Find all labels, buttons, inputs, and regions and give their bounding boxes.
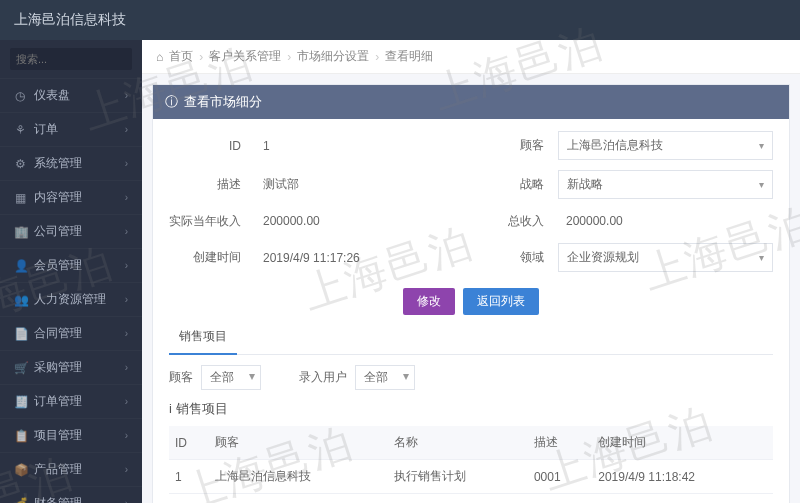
nav-label: 系统管理: [34, 155, 82, 172]
panel-title: 查看市场细分: [184, 93, 262, 111]
col-created: 创建时间: [592, 426, 773, 460]
filter-customer-select[interactable]: 全部: [201, 365, 261, 390]
brand-title: 上海邑泊信息科技: [14, 11, 126, 29]
cell-desc: 0001: [528, 460, 592, 494]
sidebar-item[interactable]: 🧾订单管理›: [0, 384, 142, 418]
sidebar-item[interactable]: 👤会员管理›: [0, 248, 142, 282]
info-icon: ⓘ: [165, 93, 178, 111]
nav-icon: 🧾: [14, 395, 26, 409]
breadcrumb-item[interactable]: 客户关系管理: [209, 48, 281, 65]
nav-label: 订单管理: [34, 393, 82, 410]
desc-value: 测试部: [255, 171, 470, 198]
detail-form: ID 1 顾客 上海邑泊信息科技 ▾ 描述 测试部 战略 新战略 ▾ 实际当年收…: [169, 131, 773, 272]
sidebar-item[interactable]: 💰财务管理›: [0, 486, 142, 503]
nav-icon: 👤: [14, 259, 26, 273]
col-customer: 顾客: [209, 426, 388, 460]
subtable-title: i 销售项目: [169, 396, 773, 426]
filter-user-label: 录入用户: [299, 369, 347, 386]
filter-row: 顾客 全部 录入用户 全部: [169, 355, 773, 396]
chevron-right-icon: ›: [125, 158, 128, 169]
chevron-down-icon: ▾: [759, 179, 764, 190]
nav-label: 人力资源管理: [34, 291, 106, 308]
income-year-value: 200000.00: [255, 209, 470, 233]
search-input[interactable]: [10, 48, 132, 70]
nav-label: 仪表盘: [34, 87, 70, 104]
table-row[interactable]: 1上海邑泊信息科技执行销售计划00012019/4/9 11:18:42: [169, 460, 773, 494]
main-content: ⌂ 首页 › 客户关系管理 › 市场细分设置 › 查看明细 ⓘ 查看市场细分 I…: [142, 40, 800, 503]
strategy-value: 新战略: [567, 176, 603, 193]
edit-button[interactable]: 修改: [403, 288, 455, 315]
nav-icon: ▦: [14, 191, 26, 205]
filter-user-value: 全部: [364, 370, 388, 384]
nav-icon: ◷: [14, 89, 26, 103]
nav-icon: 💰: [14, 497, 26, 504]
detail-panel: ⓘ 查看市场细分 ID 1 顾客 上海邑泊信息科技 ▾ 描述 测试部 战略 新: [152, 84, 790, 503]
income-total-label: 总收入: [484, 213, 544, 230]
home-icon[interactable]: ⌂: [156, 50, 163, 64]
back-button[interactable]: 返回列表: [463, 288, 539, 315]
chevron-right-icon: ›: [125, 294, 128, 305]
nav-icon: 👥: [14, 293, 26, 307]
sidebar-item[interactable]: ⚘订单›: [0, 112, 142, 146]
desc-label: 描述: [169, 176, 241, 193]
breadcrumb-sep: ›: [199, 50, 203, 64]
sidebar-item[interactable]: ▦内容管理›: [0, 180, 142, 214]
sidebar-item[interactable]: ⚙系统管理›: [0, 146, 142, 180]
strategy-label: 战略: [484, 176, 544, 193]
col-desc: 描述: [528, 426, 592, 460]
chevron-right-icon: ›: [125, 192, 128, 203]
chevron-right-icon: ›: [125, 226, 128, 237]
cell-customer: 上海邑泊信息科技: [209, 494, 388, 504]
domain-select[interactable]: 企业资源规划 ▾: [558, 243, 773, 272]
nav-icon: 📋: [14, 429, 26, 443]
chevron-right-icon: ›: [125, 124, 128, 135]
panel-header: ⓘ 查看市场细分: [153, 85, 789, 119]
breadcrumb-item[interactable]: 首页: [169, 48, 193, 65]
strategy-select[interactable]: 新战略 ▾: [558, 170, 773, 199]
breadcrumb-item: 查看明细: [385, 48, 433, 65]
nav-label: 内容管理: [34, 189, 82, 206]
nav-icon: ⚘: [14, 123, 26, 137]
tab-sales[interactable]: 销售项目: [169, 322, 237, 355]
nav-icon: 🏢: [14, 225, 26, 239]
chevron-right-icon: ›: [125, 498, 128, 503]
sales-table: ID 顾客 名称 描述 创建时间 1上海邑泊信息科技执行销售计划00012019…: [169, 426, 773, 503]
cell-customer: 上海邑泊信息科技: [209, 460, 388, 494]
created-value: 2019/4/9 11:17:26: [255, 246, 470, 270]
nav-label: 财务管理: [34, 495, 82, 503]
sidebar-item[interactable]: 🛒采购管理›: [0, 350, 142, 384]
chevron-right-icon: ›: [125, 328, 128, 339]
chevron-right-icon: ›: [125, 90, 128, 101]
cell-id: 2: [169, 494, 209, 504]
nav-list: ◷仪表盘›⚘订单›⚙系统管理›▦内容管理›🏢公司管理›👤会员管理›👥人力资源管理…: [0, 78, 142, 503]
col-id: ID: [169, 426, 209, 460]
sidebar-item[interactable]: 📄合同管理›: [0, 316, 142, 350]
breadcrumb-item[interactable]: 市场细分设置: [297, 48, 369, 65]
sidebar-item[interactable]: 📦产品管理›: [0, 452, 142, 486]
filter-user-select[interactable]: 全部: [355, 365, 415, 390]
cell-desc: [528, 494, 592, 504]
cell-created: 2019/4/9 11:18:55: [592, 494, 773, 504]
domain-value: 企业资源规划: [567, 249, 639, 266]
sidebar-item[interactable]: 👥人力资源管理›: [0, 282, 142, 316]
chevron-right-icon: ›: [125, 396, 128, 407]
sidebar-item[interactable]: 🏢公司管理›: [0, 214, 142, 248]
nav-label: 订单: [34, 121, 58, 138]
customer-select[interactable]: 上海邑泊信息科技 ▾: [558, 131, 773, 160]
breadcrumb-sep: ›: [287, 50, 291, 64]
table-row[interactable]: 2上海邑泊信息科技执行销售22019/4/9 11:18:55: [169, 494, 773, 504]
nav-label: 公司管理: [34, 223, 82, 240]
domain-label: 领域: [484, 249, 544, 266]
chevron-right-icon: ›: [125, 430, 128, 441]
id-value: 1: [255, 134, 470, 158]
filter-customer-value: 全部: [210, 370, 234, 384]
cell-id: 1: [169, 460, 209, 494]
chevron-down-icon: ▾: [759, 252, 764, 263]
sidebar-item[interactable]: ◷仪表盘›: [0, 78, 142, 112]
sidebar-item[interactable]: 📋项目管理›: [0, 418, 142, 452]
breadcrumb: ⌂ 首页 › 客户关系管理 › 市场细分设置 › 查看明细: [142, 40, 800, 74]
breadcrumb-sep: ›: [375, 50, 379, 64]
cell-created: 2019/4/9 11:18:42: [592, 460, 773, 494]
nav-label: 产品管理: [34, 461, 82, 478]
sidebar: ◷仪表盘›⚘订单›⚙系统管理›▦内容管理›🏢公司管理›👤会员管理›👥人力资源管理…: [0, 40, 142, 503]
